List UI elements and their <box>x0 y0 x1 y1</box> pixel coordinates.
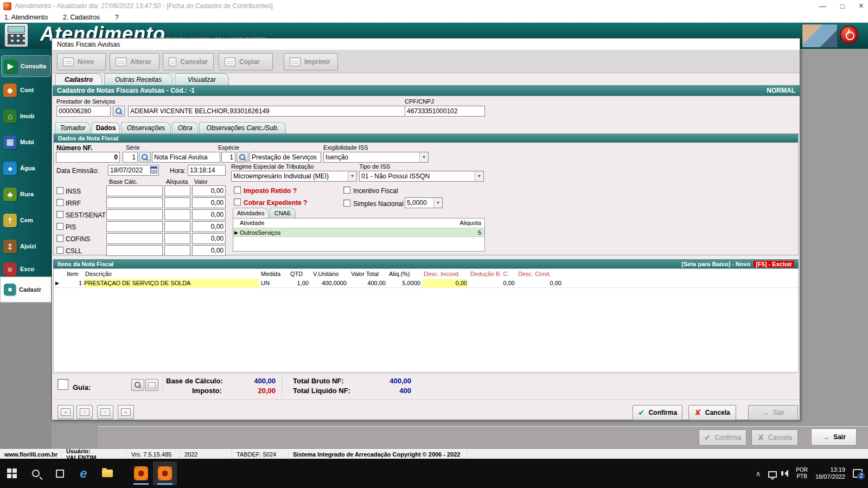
sidebar-item-cemiterio[interactable]: † Cem <box>1 209 51 231</box>
irrf-checkbox[interactable] <box>56 199 63 206</box>
edge-button[interactable]: e <box>72 461 95 485</box>
atividade-row[interactable]: ▶ OutrosServiços 5 <box>233 228 484 237</box>
nav-prev-button[interactable]: ‹ <box>76 405 93 419</box>
menu-atendimento[interactable]: 1. Atendimento <box>4 14 48 21</box>
csll-base-field[interactable] <box>106 245 163 256</box>
sest-base-field[interactable] <box>106 209 163 220</box>
sidebar-item-contribuintes[interactable]: ☻ Cont <box>1 79 51 101</box>
irrf-valor-field[interactable]: 0,00 <box>192 197 226 208</box>
inss-base-field[interactable] <box>106 185 163 196</box>
especie-field[interactable]: 1 <box>221 152 235 163</box>
power-button[interactable] <box>840 25 858 44</box>
tipo-iss-select[interactable]: 01 - Não Possui ISSQN ▼ <box>359 171 484 182</box>
guia-print-button[interactable] <box>145 379 158 391</box>
sair-button[interactable]: → Sair <box>748 405 798 420</box>
cofins-base-field[interactable] <box>106 233 163 244</box>
language-indicator[interactable]: POR PTB <box>796 467 808 480</box>
maximize-icon[interactable]: □ <box>840 2 845 10</box>
speaker-icon[interactable] <box>784 470 788 477</box>
outer-sair-button[interactable]: → Sair <box>811 428 857 446</box>
novo-button[interactable]: Novo <box>57 53 106 70</box>
start-button[interactable] <box>0 461 24 485</box>
copiar-button[interactable]: Copiar <box>219 53 273 70</box>
minimize-icon[interactable]: — <box>819 2 826 10</box>
serie-search-button[interactable] <box>139 152 151 163</box>
cancela-button[interactable]: ✘ Cancela <box>688 405 736 420</box>
sest-valor-field[interactable]: 0,00 <box>192 209 226 220</box>
task-view-button[interactable] <box>48 461 72 485</box>
guia-search-button[interactable] <box>131 379 144 391</box>
irrf-aliquota-field[interactable] <box>164 197 190 208</box>
alterar-button[interactable]: Alterar <box>110 53 159 70</box>
imprimir-button[interactable]: Imprimir <box>284 53 338 70</box>
tab-obra[interactable]: Obra <box>172 122 198 133</box>
numero-field[interactable]: 0 <box>56 152 120 163</box>
irrf-base-field[interactable] <box>106 197 163 208</box>
sidebar-item-rural[interactable]: ♣ Rura <box>1 183 51 205</box>
prestador-code-field[interactable]: 000006280 <box>56 106 111 117</box>
calendar-icon[interactable] <box>150 166 157 174</box>
menu-help[interactable]: ? <box>115 14 119 21</box>
cofins-valor-field[interactable]: 0,00 <box>192 233 226 244</box>
pis-checkbox[interactable] <box>56 223 63 230</box>
csll-aliquota-field[interactable] <box>164 245 190 256</box>
sidebar-item-ajuizamento[interactable]: ‡ Ajuizi <box>1 235 51 257</box>
data-emissao-field[interactable]: 18/07/2022 <box>108 165 159 176</box>
inss-valor-field[interactable]: 0,00 <box>192 185 226 196</box>
nav-first-button[interactable]: « <box>58 405 74 419</box>
tab-outras-receitas[interactable]: Outras Receitas <box>104 73 173 85</box>
notification-icon[interactable]: 2 <box>853 469 863 478</box>
serie-field[interactable]: 1 <box>123 152 138 163</box>
tab-dados[interactable]: Dados <box>92 122 120 133</box>
outer-confirma-button[interactable]: ✔ Confirma <box>699 429 746 446</box>
imposto-retido-checkbox[interactable] <box>234 187 241 194</box>
cpf-field[interactable]: 46733351000102 <box>405 106 485 117</box>
csll-valor-field[interactable]: 0,00 <box>192 245 226 256</box>
exigibilidade-select[interactable]: Isenção ▼ <box>323 152 429 163</box>
pis-valor-field[interactable]: 0,00 <box>192 221 226 232</box>
cobrar-expediente-checkbox[interactable] <box>234 198 241 206</box>
tab-atividades[interactable]: Atividades <box>233 208 269 218</box>
tab-cnae[interactable]: CNAE <box>270 208 296 218</box>
inss-checkbox[interactable] <box>56 187 63 194</box>
tab-observacoes[interactable]: Observações <box>121 122 171 133</box>
sidebar-item-agua[interactable]: ● Água <box>1 157 51 179</box>
cofins-aliquota-field[interactable] <box>164 233 190 244</box>
inss-aliquota-field[interactable] <box>164 185 190 196</box>
fiorilli-app-button[interactable] <box>129 461 153 485</box>
confirma-button[interactable]: ✔ Confirma <box>633 405 682 420</box>
cancelar-button[interactable]: Cancelar <box>163 53 214 70</box>
taskbar-search-button[interactable] <box>24 461 48 485</box>
sidebar-item-imobiliario[interactable]: ⌂ Imob <box>1 105 51 127</box>
tab-observacoes-canc[interactable]: Observações Canc./Sub. <box>199 122 286 133</box>
nav-next-button[interactable]: › <box>97 405 113 419</box>
regime-select[interactable]: Microempresário Individual (MEI) ▼ <box>231 171 357 182</box>
incentivo-fiscal-checkbox[interactable] <box>343 187 350 194</box>
tab-tomador[interactable]: Tomador <box>55 122 91 133</box>
tab-cadastro[interactable]: Cadastro <box>55 73 102 85</box>
sidebar-item-consulta[interactable]: ▶ Consulta <box>1 55 51 77</box>
sidebar-item-mobiliario[interactable]: ▦ Mobi <box>1 131 51 153</box>
sest-checkbox[interactable] <box>56 211 63 218</box>
tab-visualizar[interactable]: Visualizar <box>175 73 229 85</box>
csll-checkbox[interactable] <box>56 247 63 254</box>
pis-aliquota-field[interactable] <box>164 221 190 232</box>
cofins-checkbox[interactable] <box>56 235 63 242</box>
prestador-search-button[interactable] <box>113 106 125 117</box>
item-row[interactable]: ▶ 1 PRESTAÇAO DE SERVIÇO DE SOLDA UN 1,0… <box>54 279 798 288</box>
simples-aliquota-select[interactable]: 5,0000 ▼ <box>405 197 443 208</box>
sest-aliquota-field[interactable] <box>164 209 190 220</box>
simples-nacional-checkbox[interactable] <box>343 200 350 207</box>
nav-last-button[interactable]: » <box>118 405 134 419</box>
pis-base-field[interactable] <box>106 221 163 232</box>
tray-chevron-icon[interactable]: ∧ <box>756 470 761 478</box>
outer-cancela-button[interactable]: ✘ Cancela <box>751 429 798 446</box>
close-icon[interactable]: × <box>859 1 864 11</box>
clock[interactable]: 13:19 18/07/2022 <box>815 466 845 480</box>
file-explorer-button[interactable] <box>95 461 119 485</box>
prestador-name-field[interactable]: ADEMAR VICENNTE BELCHIOR,93301626149 <box>128 106 416 117</box>
hora-field[interactable]: 13:18:14 <box>188 165 226 176</box>
fiorilli-app-active-button[interactable] <box>153 461 177 485</box>
guia-checkbox[interactable] <box>58 379 68 390</box>
menu-cadastros[interactable]: 2. Cadastros <box>63 14 100 21</box>
